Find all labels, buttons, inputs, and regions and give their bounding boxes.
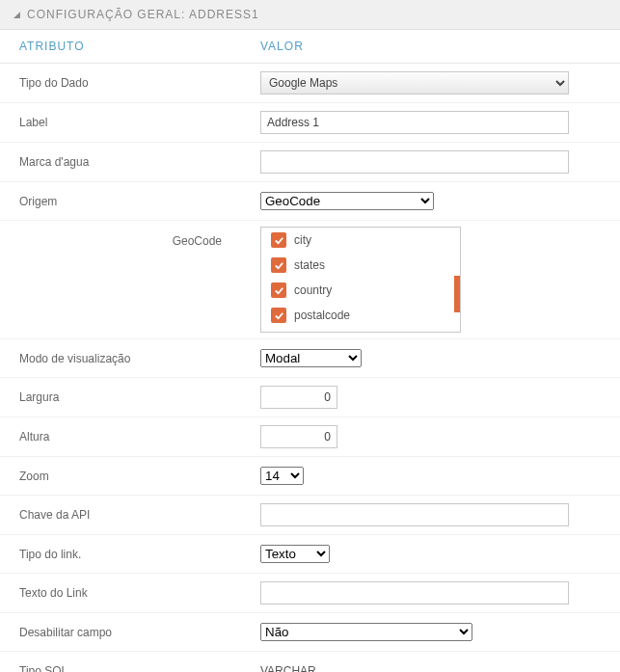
row-label: Label (0, 103, 620, 143)
geocode-item-label: country (294, 283, 332, 297)
input-label[interactable] (260, 111, 569, 134)
input-texto-link[interactable] (260, 581, 569, 605)
row-largura: Largura (0, 378, 620, 417)
label-geocode: GeoCode (19, 227, 260, 248)
select-origem[interactable]: GeoCode (260, 192, 434, 210)
scrollbar-thumb[interactable] (454, 276, 460, 312)
collapse-icon: ◢ (13, 10, 21, 19)
label-marca: Marca d'agua (19, 155, 260, 169)
col-header-atributo: ATRIBUTO (19, 40, 260, 53)
label-chave: Chave da API (19, 508, 260, 522)
select-tipo-link[interactable]: Texto (260, 545, 330, 563)
row-tipo-sql: Tipo SQL VARCHAR (0, 652, 620, 672)
select-desabilitar[interactable]: Não (260, 623, 472, 641)
geocode-item-label: city (294, 233, 311, 247)
label-altura: Altura (19, 430, 260, 444)
input-chave[interactable] (260, 503, 569, 526)
input-marca[interactable] (260, 150, 569, 174)
label-label: Label (19, 116, 260, 129)
row-chave: Chave da API (0, 496, 620, 535)
col-header-valor: VALOR (260, 40, 607, 53)
geocode-listbox[interactable]: city states country postalcode (260, 227, 461, 333)
row-origem: Origem GeoCode (0, 182, 620, 221)
row-tipo-link: Tipo do link. Texto (0, 535, 620, 574)
label-texto-link: Texto do Link (19, 586, 260, 600)
geocode-item-label: postalcode (294, 309, 350, 322)
checkbox-icon[interactable] (271, 282, 286, 298)
row-modo: Modo de visualização Modal (0, 339, 620, 378)
label-largura: Largura (19, 390, 260, 404)
value-tipo-sql: VARCHAR (260, 664, 607, 672)
geocode-item[interactable]: states (261, 253, 460, 278)
select-tipo-dado[interactable]: Google Maps (260, 71, 569, 94)
row-zoom: Zoom 14 (0, 457, 620, 496)
row-texto-link: Texto do Link (0, 574, 620, 613)
input-altura[interactable] (260, 425, 337, 448)
column-headers: ATRIBUTO VALOR (0, 30, 620, 64)
checkbox-icon[interactable] (271, 232, 286, 248)
select-zoom[interactable]: 14 (260, 467, 304, 485)
row-marca: Marca d'agua (0, 143, 620, 182)
panel-header[interactable]: ◢ CONFIGURAÇÃO GERAL: ADDRESS1 (0, 0, 620, 30)
label-tipo-dado: Tipo do Dado (19, 76, 260, 90)
select-modo[interactable]: Modal (260, 349, 362, 367)
checkbox-icon[interactable] (271, 308, 286, 323)
row-geocode: GeoCode city states country postalcode (0, 221, 620, 339)
geocode-item-label: states (294, 258, 325, 272)
label-origem: Origem (19, 195, 260, 208)
label-tipo-sql: Tipo SQL (19, 664, 260, 672)
row-tipo-dado: Tipo do Dado Google Maps (0, 64, 620, 103)
label-zoom: Zoom (19, 470, 260, 483)
checkbox-icon[interactable] (271, 257, 286, 273)
geocode-item[interactable]: country (261, 278, 460, 303)
row-desabilitar: Desabilitar campo Não (0, 613, 620, 652)
panel-title: CONFIGURAÇÃO GERAL: ADDRESS1 (27, 8, 259, 21)
label-tipo-link: Tipo do link. (19, 548, 260, 561)
label-desabilitar: Desabilitar campo (19, 626, 260, 639)
input-largura[interactable] (260, 386, 337, 409)
label-modo: Modo de visualização (19, 352, 260, 365)
geocode-item[interactable]: postalcode (261, 303, 460, 328)
row-altura: Altura (0, 417, 620, 457)
geocode-item[interactable]: city (261, 228, 460, 253)
